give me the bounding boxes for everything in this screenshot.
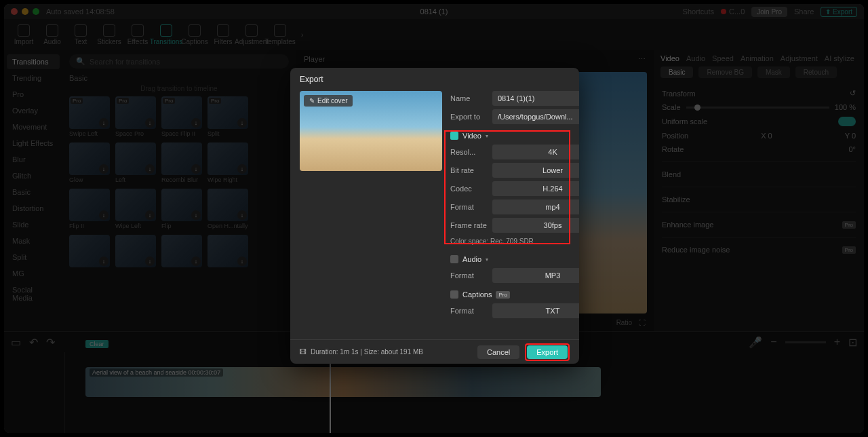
scale-slider[interactable] — [686, 107, 829, 109]
pointer-tool-icon[interactable]: ▭ — [11, 336, 21, 349]
toolbar-import[interactable]: Import — [9, 21, 38, 48]
scale-label: Scale — [662, 103, 681, 111]
category-blur[interactable]: Blur — [7, 152, 60, 167]
transition-thumb[interactable]: ↓ — [115, 189, 156, 221]
clip-header[interactable]: Clear — [85, 340, 108, 348]
search-transitions-input[interactable]: Search for transitions — [69, 54, 289, 69]
export-button[interactable]: Export — [527, 345, 568, 359]
player-label: Player — [304, 55, 325, 63]
inspector-tab-animation[interactable]: Animation — [741, 54, 774, 62]
category-split[interactable]: Split — [7, 250, 60, 265]
zoom-in-icon[interactable]: + — [834, 336, 840, 348]
exportto-input[interactable] — [492, 109, 579, 124]
category-light-effects[interactable]: Light Effects — [7, 136, 60, 151]
ratio-button[interactable]: Ratio — [616, 319, 632, 326]
inspector-tab-video[interactable]: Video — [660, 54, 679, 62]
bitrate-select[interactable]: Lower — [492, 163, 579, 178]
colorspace-label: Color space: Rec. 709 SDR — [450, 236, 579, 248]
undo-icon[interactable]: ↶ — [29, 336, 38, 349]
shortcuts-button[interactable]: Shortcuts — [683, 7, 714, 16]
zoom-out-icon[interactable]: − — [770, 336, 776, 348]
inspector-subtab-mask[interactable]: Mask — [757, 66, 790, 78]
transition-thumb[interactable]: ↓ — [69, 142, 110, 175]
captions-format-label: Format — [450, 307, 488, 315]
toolbar-templates[interactable]: Templates — [266, 21, 294, 48]
transition-thumb[interactable]: Pro↓ — [161, 96, 202, 129]
toolbar-effects[interactable]: Effects — [123, 21, 152, 48]
category-mask[interactable]: Mask — [7, 233, 60, 248]
category-slide[interactable]: Slide — [7, 217, 60, 232]
video-clip[interactable]: Aerial view of a beach and seaside 00:00… — [85, 367, 601, 397]
section-header-basic: Basic — [69, 74, 289, 82]
edit-cover-button[interactable]: ✎ Edit cover — [304, 95, 353, 107]
export-info: Duration: 1m 1s | Size: about 191 MB — [311, 348, 423, 356]
transition-thumb[interactable]: ↓ — [161, 142, 202, 175]
transition-thumb[interactable]: ↓ — [161, 235, 202, 267]
framerate-select[interactable]: 30fps — [492, 218, 579, 233]
cover-preview: ✎ Edit cover — [300, 91, 442, 171]
video-checkbox[interactable] — [450, 132, 458, 140]
inspector-tab-speed[interactable]: Speed — [712, 54, 734, 62]
share-button[interactable]: Share — [794, 7, 814, 16]
transition-thumb[interactable]: ↓ — [208, 189, 248, 221]
inspector-tab-audio[interactable]: Audio — [686, 54, 705, 62]
window-controls[interactable] — [11, 8, 39, 15]
inspector-tab-ai-stylize[interactable]: AI stylize — [825, 54, 854, 62]
cancel-button[interactable]: Cancel — [477, 345, 519, 359]
transition-thumb[interactable]: ↓ — [115, 235, 156, 267]
video-format-select[interactable]: mp4 — [492, 200, 579, 214]
inspector-subtab-remove-bg[interactable]: Remove BG — [698, 66, 751, 78]
captions-checkbox[interactable] — [450, 290, 458, 299]
toolbar-captions[interactable]: Captions — [180, 21, 209, 48]
uniform-toggle[interactable] — [838, 117, 856, 126]
toolbar-filters[interactable]: Filters — [209, 21, 237, 48]
category-pro[interactable]: Pro — [7, 87, 60, 102]
toolbar-more[interactable]: › — [301, 31, 303, 39]
transition-thumb[interactable]: Pro↓ — [69, 96, 110, 129]
category-basic[interactable]: Basic — [7, 185, 60, 200]
transition-thumb[interactable]: ↓ — [208, 235, 248, 267]
redo-icon[interactable]: ↷ — [46, 336, 55, 349]
transition-thumb[interactable]: ↓ — [161, 189, 202, 221]
sidebar-tab-transitions[interactable]: Transitions — [7, 54, 60, 69]
fit-icon[interactable]: ⊡ — [848, 336, 857, 349]
category-glitch[interactable]: Glitch — [7, 168, 60, 183]
category-distortion[interactable]: Distortion — [7, 201, 60, 216]
mic-icon[interactable]: 🎤 — [749, 336, 762, 349]
toolbar-transitions[interactable]: Transitions — [152, 21, 180, 48]
audio-checkbox[interactable] — [450, 255, 458, 263]
toolbar-stickers[interactable]: Stickers — [95, 21, 123, 48]
codec-select[interactable]: H.264 — [492, 181, 579, 196]
playhead[interactable] — [330, 354, 331, 433]
transition-thumb[interactable]: Pro↓ — [115, 96, 156, 129]
inspector-tab-adjustment[interactable]: Adjustment — [781, 54, 818, 62]
audio-format-select[interactable]: MP3 — [492, 268, 579, 283]
zoom-slider[interactable] — [785, 341, 826, 343]
category-social-media[interactable]: Social Media — [7, 282, 60, 305]
join-pro-button[interactable]: Join Pro — [751, 7, 787, 17]
fullscreen-icon[interactable]: ⛶ — [639, 319, 646, 326]
category-mg[interactable]: MG — [7, 266, 60, 281]
inspector-subtab-retouch[interactable]: Retouch — [795, 66, 837, 78]
toolbar-audio[interactable]: Audio — [38, 21, 66, 48]
toolbar-adjustment[interactable]: Adjustment — [237, 21, 266, 48]
toolbar-text[interactable]: Text — [66, 21, 95, 48]
inspector-subtab-basic[interactable]: Basic — [660, 66, 693, 78]
resolution-select[interactable]: 4K — [492, 145, 579, 159]
transition-thumb[interactable]: ↓ — [69, 235, 110, 267]
transition-thumb[interactable]: ↓ — [115, 142, 156, 175]
category-movement[interactable]: Movement — [7, 119, 60, 134]
media-toolbar: ImportAudioTextStickersEffectsTransition… — [4, 19, 864, 50]
transition-thumb[interactable]: ↓ — [69, 189, 110, 221]
captions-format-select[interactable]: TXT — [492, 303, 579, 318]
titlebar: Auto saved 14:08:58 0814 (1) Shortcuts C… — [4, 4, 864, 19]
name-input[interactable] — [492, 91, 579, 106]
transition-thumb[interactable]: ↓ — [208, 142, 248, 175]
project-title: 0814 (1) — [420, 7, 448, 16]
reset-icon[interactable]: ↺ — [850, 89, 856, 98]
category-overlay[interactable]: Overlay — [7, 103, 60, 118]
category-trending[interactable]: Trending — [7, 71, 60, 86]
scale-value: 100 % — [835, 103, 856, 111]
export-button-top[interactable]: ⬆ Export — [821, 7, 857, 17]
transition-thumb[interactable]: Pro↓ — [208, 96, 248, 129]
